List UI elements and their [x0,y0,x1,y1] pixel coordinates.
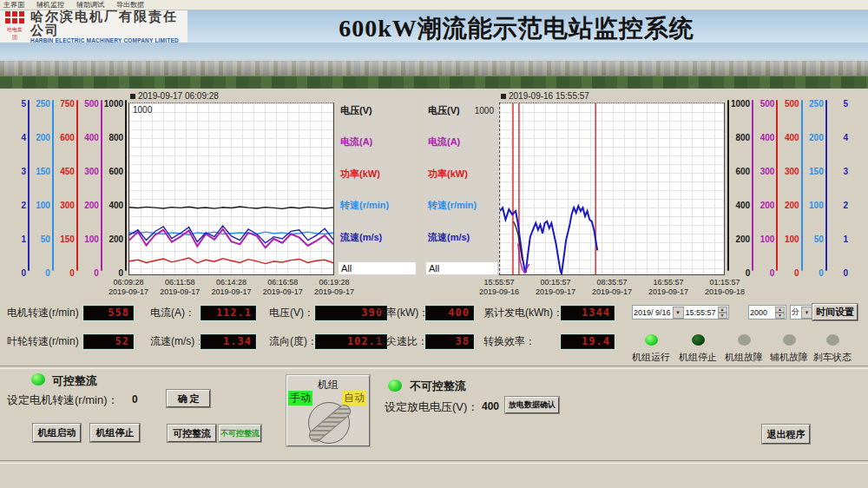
readout-label: 电压(V)： [269,306,315,320]
axis-电压(V): 10008006004002000 [727,99,752,278]
readout-cell: 叶轮转速(r/min)：52 [7,334,134,349]
chevron-down-icon[interactable]: ▼ [801,307,812,319]
axis-电流(A): 5004003002001000 [752,99,776,278]
readout-cell: 功率(kW)：400 [376,306,474,320]
status-label: 机组故障 [725,352,763,362]
led-display: 112.1 [201,306,256,320]
logo-caption: 哈电集团 [5,26,24,42]
status-indicator-3: 机组故障 [720,334,768,364]
legend-item[interactable]: 流速(m/s) [428,231,496,244]
axis-电压(V): 10008006004002000 [102,99,127,278]
status-led-icon [645,334,658,346]
set-voltage-value[interactable]: 400 [482,400,499,412]
x-tick: 06:09:282019-09-17 [108,278,148,297]
exit-program-button[interactable]: 退出程序 [762,425,810,444]
unit-stop-button[interactable]: 机组停止 [90,424,140,442]
legend-item[interactable]: 电流(A) [428,135,496,148]
x-tick: 06:16:582019-09-17 [263,278,303,297]
readout-label: 电机转速(r/min)： [7,306,83,320]
readout-cell: 叶尖速比：38 [376,334,474,349]
header-band: 600kW潮流能示范电站监控系统 哈电集团 哈尔滨电机厂有限责任公司 HARBI… [0,10,868,43]
unit-start-button[interactable]: 机组启动 [33,424,81,442]
date-value: 2019/ 9/16 [634,308,671,317]
time-setting-button[interactable]: 时间设置 [812,304,858,320]
left-chart-plot[interactable]: 1000 [128,102,334,275]
led-display: 400 [425,306,474,320]
x-tick: 15:55:572019-09-16 [479,278,519,297]
readout-label: 叶轮转速(r/min)： [7,334,83,349]
left-chart-legend: 电压(V)电流(A)功率(kW)转速(r/min)流速(m/s)All [335,97,418,278]
set-voltage-label: 设定放电电压(V)： [385,399,478,415]
set-speed-label: 设定电机转速(r/min)： [7,392,119,408]
readout-label: 流向(度)： [269,334,315,349]
readout-cell: 流速(m/s)：1.34 [150,334,256,349]
legend-item[interactable]: 功率(kW) [428,168,496,181]
right-chart-plot[interactable] [499,102,725,275]
readout-label: 功率(kW)： [376,306,425,320]
readout-label: 流速(m/s)： [150,334,201,349]
cursor-marker-icon [130,94,135,99]
readout-cell: 电机转速(r/min)：558 [7,306,134,320]
legend-item[interactable]: 转速(r/min) [428,199,496,212]
readout-label: 电流(A)： [150,306,201,320]
x-tick: 08:35:572019-09-17 [592,278,632,297]
axis-功率(kW): 7506004503001500 [54,99,78,278]
readout-cell: 电流(A)：112.1 [150,306,256,320]
status-indicator-2: 机组停止 [674,334,722,364]
right-chart-legend: 1000电压(V)电流(A)功率(kW)转速(r/min)流速(m/s)All [423,97,499,278]
status-led-icon [826,334,839,346]
datetime-row: 2019/ 9/16 ▼ 15:55:57 ▲▼ [632,305,729,320]
controlled-rectifier-led [31,373,45,386]
legend-item[interactable]: 电流(A) [340,135,414,148]
set-speed-value[interactable]: 0 [132,393,138,406]
legend-item[interactable]: 功率(kW) [340,168,414,181]
x-tick: 06:19:282019-09-17 [314,278,354,297]
readout-cell: 流向(度)：102.1 [269,334,387,349]
interval-input[interactable]: 2000 ▲▼ [748,305,786,320]
status-led-icon [738,334,751,346]
legend-item[interactable]: 电压(V) [340,104,414,117]
discharge-confirm-button[interactable]: 放电数据确认 [505,397,559,413]
legend-item[interactable]: All [339,262,416,274]
company-name-cn: 哈尔滨电机厂有限责任公司 [30,10,187,37]
uncontrolled-rectifier-status-label: 不可控整流 [410,379,466,394]
legend-item[interactable]: 流速(m/s) [340,231,414,244]
interval-row: 2000 ▲▼ 分 ▼ [748,305,816,320]
controlled-rectifier-label: 可控整流 [52,373,97,389]
axis-功率(kW): 5004003002001000 [776,99,800,278]
x-tick: 16:55:572019-09-17 [648,278,688,297]
company-logo-block: 哈电集团 哈尔滨电机厂有限责任公司 HARBIN ELECTRIC MACHIN… [0,10,187,43]
confirm-button[interactable]: 确 定 [167,390,210,407]
axis-流速(m/s): 543210 [5,99,30,278]
legend-item[interactable]: All [426,262,497,274]
status-label: 刹车状态 [813,352,852,362]
harbin-electric-logo-icon [5,11,24,25]
divider [0,366,868,369]
date-time-picker[interactable]: 2019/ 9/16 ▼ 15:55:57 ▲▼ [632,305,729,320]
status-label: 机组运行 [632,352,670,362]
panorama-buildings [0,61,868,76]
readout-label: 累计发电(kWh)： [483,306,561,320]
readout-cell: 电压(V)：390 [269,306,387,320]
menu-item-main[interactable]: 主界面 [3,0,24,10]
x-tick: 06:14:282019-09-17 [211,278,251,297]
axis-转速(r/min): 250200150100500 [801,99,825,278]
uncontrolled-rectifier-button[interactable]: 不可控整流 [219,425,261,442]
left-chart-axes: 5432102502001501005007506004503001500500… [5,99,127,278]
manual-mode-label[interactable]: 手动 [288,391,312,406]
auto-mode-label[interactable]: 自动 [342,391,366,406]
rotary-switch-knob[interactable] [308,402,350,444]
x-tick: 00:15:572019-09-17 [536,278,575,297]
plot-scale-label: 1000 [475,106,494,115]
chevron-down-icon[interactable]: ▼ [673,307,684,319]
controlled-rectifier-button[interactable]: 可控整流 [168,425,216,442]
left-chart-timestamp: 2019-09-17 06:09:28 [130,91,219,101]
readout-cell: 转换效率：19.4 [483,334,615,349]
scada-screen: { "menu": {"items": ["主界面", "辅机监控", "辅助调… [0,0,868,488]
panorama-photo [0,43,868,89]
status-indicator-5: 刹车状态 [808,334,857,364]
unit-mode-switch-panel: 机组 手动 自动 [286,375,370,446]
legend-item[interactable]: 转速(r/min) [340,199,414,212]
interval-spinner[interactable]: ▲▼ [775,307,785,319]
time-spinner[interactable]: ▲▼ [718,307,727,319]
